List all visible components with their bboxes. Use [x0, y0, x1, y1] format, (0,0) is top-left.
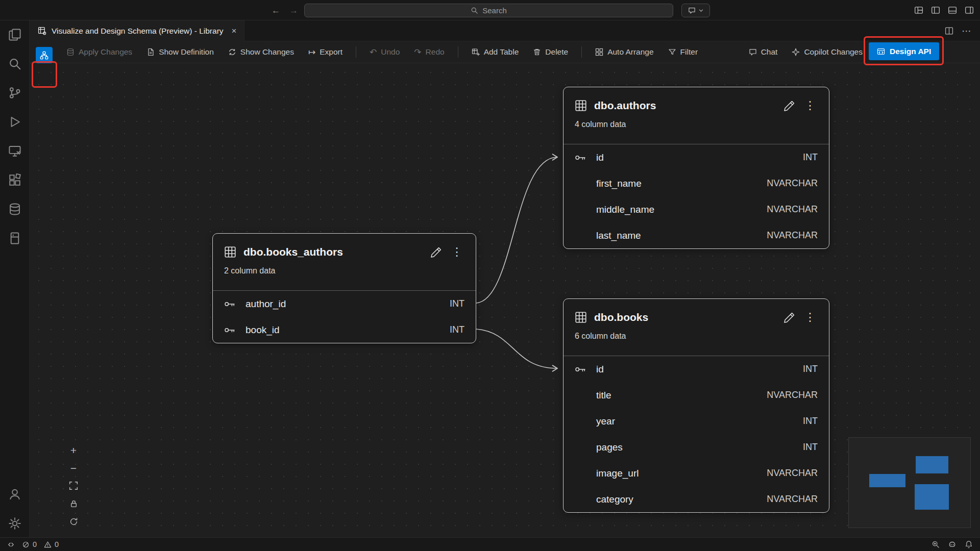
forward-icon[interactable]: →	[289, 6, 298, 15]
zoom-status-icon[interactable]	[932, 540, 940, 548]
toggle-panel-icon[interactable]	[948, 6, 957, 15]
tab-title: Visualize and Design Schema (Preview) - …	[52, 27, 224, 36]
minimap[interactable]	[848, 437, 971, 528]
primary-key-icon	[575, 152, 596, 163]
column-type: INT	[803, 364, 818, 374]
search-icon	[471, 7, 478, 14]
search-placeholder: Search	[482, 6, 507, 15]
run-debug-icon[interactable]	[8, 115, 21, 129]
table-node-authors[interactable]: dbo.authors ⋮ 4 column data id INT first…	[563, 87, 829, 249]
column-type: INT	[803, 152, 818, 163]
design-api-label: Design API	[890, 47, 931, 56]
column-row[interactable]: year INT	[564, 408, 829, 434]
table-node-books-authors[interactable]: dbo.books_authors ⋮ 2 column data author…	[212, 233, 476, 343]
column-row[interactable]: author_id INT	[213, 291, 476, 317]
tab-schema-designer[interactable]: Visualize and Design Schema (Preview) - …	[30, 20, 244, 41]
problems-status[interactable]: 0 0	[22, 540, 59, 548]
search-sidebar-icon[interactable]	[8, 57, 21, 70]
filter-icon	[668, 48, 676, 56]
column-count-label: 4 column data	[575, 120, 818, 129]
table-node-books[interactable]: dbo.books ⋮ 6 column data id INT title N	[563, 298, 829, 513]
schema-canvas[interactable]: dbo.books_authors ⋮ 2 column data author…	[30, 63, 980, 537]
copilot-changes-button[interactable]: Copilot Changes	[791, 45, 864, 59]
column-name: id	[596, 152, 803, 163]
database-icon[interactable]	[8, 203, 21, 216]
source-control-icon[interactable]	[8, 86, 21, 99]
design-api-icon	[877, 47, 885, 56]
apply-changes-button[interactable]: Apply Changes	[65, 45, 133, 59]
database-projects-icon[interactable]	[8, 232, 21, 245]
copilot-menu-button[interactable]	[681, 4, 710, 17]
edit-table-button[interactable]	[784, 312, 795, 323]
lock-button[interactable]	[66, 496, 81, 511]
toggle-secondary-sidebar-icon[interactable]	[965, 6, 974, 15]
zoom-out-button[interactable]: −	[66, 461, 81, 475]
search-input[interactable]: Search	[304, 4, 673, 17]
column-row[interactable]: book_id INT	[213, 317, 476, 343]
design-api-button[interactable]: Design API	[869, 42, 939, 60]
explorer-icon[interactable]	[8, 28, 21, 41]
more-actions-icon[interactable]: ⋯	[962, 25, 972, 37]
add-table-label: Add Table	[484, 47, 519, 57]
table-name: dbo.books_authors	[243, 246, 424, 258]
redo-button[interactable]: ↷ Redo	[413, 45, 445, 59]
copilot-status-icon[interactable]	[948, 540, 957, 549]
fit-view-button[interactable]	[66, 479, 81, 493]
relationship-connectors	[30, 63, 980, 537]
tab-close-icon[interactable]: ×	[232, 27, 237, 35]
fk-books-connector	[476, 329, 557, 368]
column-row[interactable]: title NVARCHAR	[564, 382, 829, 408]
settings-gear-icon[interactable]	[8, 517, 21, 530]
column-row[interactable]: id INT	[564, 144, 829, 170]
table-header: dbo.authors ⋮ 4 column data	[564, 87, 829, 144]
table-menu-button[interactable]: ⋮	[802, 100, 818, 111]
redo-icon: ↷	[414, 48, 421, 57]
export-button[interactable]: ↦ Export	[307, 45, 344, 59]
split-editor-icon[interactable]	[945, 27, 953, 35]
apply-changes-label: Apply Changes	[79, 47, 132, 57]
chat-button[interactable]: Chat	[748, 45, 779, 59]
column-row[interactable]: last_name NVARCHAR	[564, 222, 829, 248]
chat-label: Chat	[761, 47, 778, 57]
column-row[interactable]: image_url NVARCHAR	[564, 460, 829, 486]
back-icon[interactable]: ←	[272, 6, 280, 15]
apply-changes-icon	[66, 48, 75, 56]
column-row[interactable]: middle_name NVARCHAR	[564, 196, 829, 222]
primary-key-icon	[224, 298, 246, 310]
schema-diagram-view-button[interactable]	[36, 47, 53, 63]
extensions-icon[interactable]	[8, 173, 21, 187]
column-count-label: 6 column data	[575, 332, 818, 341]
show-changes-button[interactable]: Show Changes	[227, 45, 295, 59]
redo-label: Redo	[426, 47, 445, 57]
show-definition-button[interactable]: Show Definition	[145, 45, 215, 59]
zoom-in-button[interactable]: +	[66, 443, 81, 457]
minimap-table-books	[915, 484, 949, 510]
column-row[interactable]: id INT	[564, 356, 829, 382]
filter-button[interactable]: Filter	[667, 45, 699, 59]
accounts-icon[interactable]	[8, 488, 21, 501]
auto-arrange-label: Auto Arrange	[607, 47, 653, 57]
refresh-button[interactable]	[66, 514, 81, 529]
activity-bar	[0, 20, 30, 537]
column-row[interactable]: first_name NVARCHAR	[564, 170, 829, 196]
auto-arrange-button[interactable]: Auto Arrange	[594, 45, 654, 59]
add-table-button[interactable]: Add Table	[471, 45, 520, 59]
remote-explorer-icon[interactable]	[8, 144, 21, 158]
delete-button[interactable]: Delete	[532, 45, 569, 59]
table-menu-button[interactable]: ⋮	[449, 246, 464, 258]
table-menu-button[interactable]: ⋮	[802, 312, 818, 323]
edit-table-button[interactable]	[431, 246, 442, 258]
undo-button[interactable]: ↶ Undo	[369, 45, 401, 59]
chat-icon	[688, 7, 696, 14]
undo-icon: ↶	[370, 48, 377, 57]
toggle-primary-sidebar-icon[interactable]	[931, 6, 940, 15]
auto-arrange-icon	[595, 48, 603, 56]
column-row[interactable]: pages INT	[564, 434, 829, 460]
remote-indicator-icon[interactable]	[7, 541, 15, 548]
notifications-bell-icon[interactable]	[965, 540, 973, 548]
column-row[interactable]: category NVARCHAR	[564, 486, 829, 512]
customize-layout-icon[interactable]	[914, 6, 923, 15]
column-name: id	[596, 364, 803, 375]
column-name: category	[596, 494, 767, 505]
edit-table-button[interactable]	[784, 100, 795, 111]
